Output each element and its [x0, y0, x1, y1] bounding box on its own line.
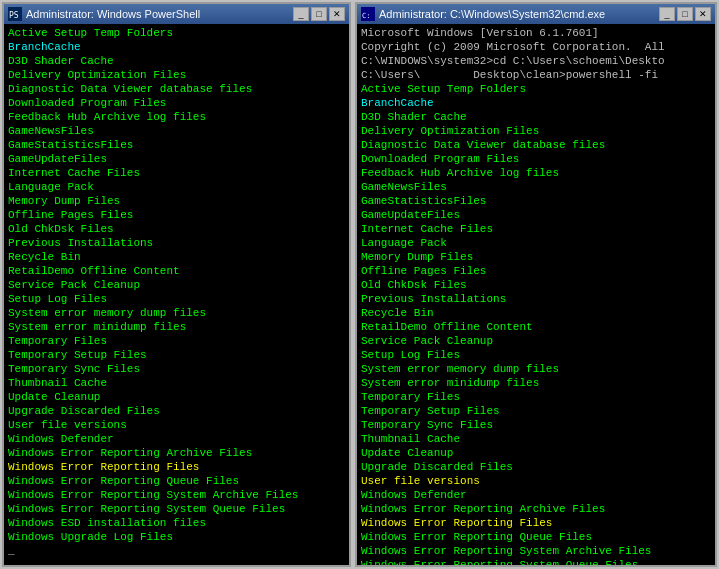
left-line-11: Language Pack	[8, 180, 345, 194]
left-line-31: Windows Error Reporting Files	[8, 460, 345, 474]
left-line-21: System error minidump files	[8, 320, 345, 334]
right-line-22: Temporary Files	[361, 390, 711, 404]
left-line-25: Thumbnail Cache	[8, 376, 345, 390]
left-line-24: Temporary Sync Files	[8, 362, 345, 376]
powershell-title-bar: PS Administrator: Windows PowerShell _ □…	[4, 4, 349, 24]
right-header-0: Microsoft Windows [Version 6.1.7601]	[361, 26, 711, 40]
right-line-12: Memory Dump Files	[361, 250, 711, 264]
left-line-1: BranchCache	[8, 40, 345, 54]
left-line-27: Upgrade Discarded Files	[8, 404, 345, 418]
right-line-25: Thumbnail Cache	[361, 432, 711, 446]
right-line-34: Windows Error Reporting System Queue Fil…	[361, 558, 711, 565]
cmd-close-button[interactable]: ✕	[695, 7, 711, 21]
cmd-title-bar: C: Administrator: C:\Windows\System32\cm…	[357, 4, 715, 24]
left-line-0: Active Setup Temp Folders	[8, 26, 345, 40]
left-line-5: Downloaded Program Files	[8, 96, 345, 110]
right-line-10: Internet Cache Files	[361, 222, 711, 236]
right-line-33: Windows Error Reporting System Archive F…	[361, 544, 711, 558]
cmd-maximize-button[interactable]: □	[677, 7, 693, 21]
left-line-15: Previous Installations	[8, 236, 345, 250]
right-line-30: Windows Error Reporting Archive Files	[361, 502, 711, 516]
powershell-icon: PS	[8, 7, 22, 21]
right-line-14: Old ChkDsk Files	[361, 278, 711, 292]
left-line-10: Internet Cache Files	[8, 166, 345, 180]
left-line-14: Old ChkDsk Files	[8, 222, 345, 236]
right-line-23: Temporary Setup Files	[361, 404, 711, 418]
svg-text:C:: C:	[362, 12, 370, 20]
right-line-24: Temporary Sync Files	[361, 418, 711, 432]
left-line-32: Windows Error Reporting Queue Files	[8, 474, 345, 488]
right-line-11: Language Pack	[361, 236, 711, 250]
right-header-3: C:\WINDOWS\system32>cd C:\Users\schoemi\…	[361, 54, 711, 68]
cmd-window-controls: _ □ ✕	[659, 7, 711, 21]
cmd-icon: C:	[361, 7, 375, 21]
left-line-4: Diagnostic Data Viewer database files	[8, 82, 345, 96]
powershell-window-controls: _ □ ✕	[293, 7, 345, 21]
left-line-29: Windows Defender	[8, 432, 345, 446]
right-line-27: Upgrade Discarded Files	[361, 460, 711, 474]
left-line-35: Windows ESD installation files	[8, 516, 345, 530]
right-line-29: Windows Defender	[361, 488, 711, 502]
left-line-26: Update Cleanup	[8, 390, 345, 404]
right-line-32: Windows Error Reporting Queue Files	[361, 530, 711, 544]
right-line-7: GameNewsFiles	[361, 180, 711, 194]
right-line-28: User file versions	[361, 474, 711, 488]
right-line-0: Active Setup Temp Folders	[361, 82, 711, 96]
right-line-26: Update Cleanup	[361, 446, 711, 460]
right-line-4: Diagnostic Data Viewer database files	[361, 138, 711, 152]
right-line-15: Previous Installations	[361, 292, 711, 306]
right-line-1: BranchCache	[361, 96, 711, 110]
powershell-title-text: Administrator: Windows PowerShell	[26, 8, 289, 20]
powershell-window[interactable]: PS Administrator: Windows PowerShell _ □…	[2, 2, 351, 567]
right-header-5: C:\Users\ Desktop\clean>powershell -fi	[361, 68, 711, 82]
right-line-17: RetailDemo Offline Content	[361, 320, 711, 334]
left-line-33: Windows Error Reporting System Archive F…	[8, 488, 345, 502]
left-line-36: Windows Upgrade Log Files	[8, 530, 345, 544]
left-line-19: Setup Log Files	[8, 292, 345, 306]
right-header-1: Copyright (c) 2009 Microsoft Corporation…	[361, 40, 711, 54]
right-line-18: Service Pack Cleanup	[361, 334, 711, 348]
left-line-22: Temporary Files	[8, 334, 345, 348]
left-line-3: Delivery Optimization Files	[8, 68, 345, 82]
left-line-37: _	[8, 544, 345, 558]
left-line-20: System error memory dump files	[8, 306, 345, 320]
left-line-34: Windows Error Reporting System Queue Fil…	[8, 502, 345, 516]
right-line-6: Feedback Hub Archive log files	[361, 166, 711, 180]
right-line-20: System error memory dump files	[361, 362, 711, 376]
left-line-16: Recycle Bin	[8, 250, 345, 264]
left-line-7: GameNewsFiles	[8, 124, 345, 138]
right-line-21: System error minidump files	[361, 376, 711, 390]
cmd-window[interactable]: C: Administrator: C:\Windows\System32\cm…	[355, 2, 717, 567]
left-line-6: Feedback Hub Archive log files	[8, 110, 345, 124]
right-line-9: GameUpdateFiles	[361, 208, 711, 222]
right-line-2: D3D Shader Cache	[361, 110, 711, 124]
left-line-28: User file versions	[8, 418, 345, 432]
left-line-8: GameStatisticsFiles	[8, 138, 345, 152]
cmd-minimize-button[interactable]: _	[659, 7, 675, 21]
right-line-31: Windows Error Reporting Files	[361, 516, 711, 530]
minimize-button[interactable]: _	[293, 7, 309, 21]
left-line-9: GameUpdateFiles	[8, 152, 345, 166]
cmd-body[interactable]: Microsoft Windows [Version 6.1.7601]Copy…	[357, 24, 715, 565]
maximize-button[interactable]: □	[311, 7, 327, 21]
svg-text:PS: PS	[9, 11, 19, 20]
left-line-2: D3D Shader Cache	[8, 54, 345, 68]
right-line-16: Recycle Bin	[361, 306, 711, 320]
powershell-body[interactable]: Active Setup Temp FoldersBranchCacheD3D …	[4, 24, 349, 565]
close-button[interactable]: ✕	[329, 7, 345, 21]
right-line-3: Delivery Optimization Files	[361, 124, 711, 138]
left-line-13: Offline Pages Files	[8, 208, 345, 222]
left-line-30: Windows Error Reporting Archive Files	[8, 446, 345, 460]
right-line-13: Offline Pages Files	[361, 264, 711, 278]
right-line-19: Setup Log Files	[361, 348, 711, 362]
left-line-18: Service Pack Cleanup	[8, 278, 345, 292]
left-line-12: Memory Dump Files	[8, 194, 345, 208]
right-line-8: GameStatisticsFiles	[361, 194, 711, 208]
right-line-5: Downloaded Program Files	[361, 152, 711, 166]
left-line-23: Temporary Setup Files	[8, 348, 345, 362]
cmd-title-text: Administrator: C:\Windows\System32\cmd.e…	[379, 8, 655, 20]
left-line-17: RetailDemo Offline Content	[8, 264, 345, 278]
